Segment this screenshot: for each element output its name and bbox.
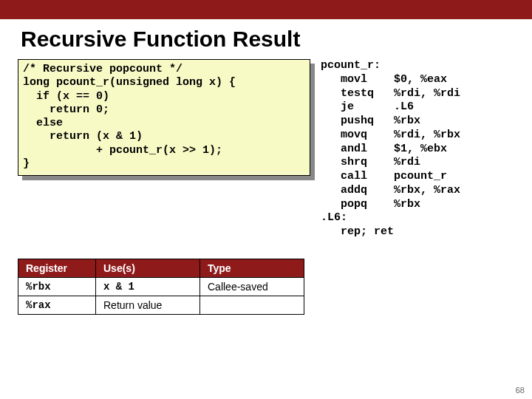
- header-type: Type: [200, 259, 304, 277]
- code-line: else: [23, 117, 63, 129]
- code-line: }: [23, 157, 30, 170]
- asm-line: addq %rbx, %rax: [321, 184, 460, 197]
- register-table: Register Use(s) Type %rbx x & 1 Callee-s…: [18, 259, 304, 315]
- asm-code-box: pcount_r: movl $0, %eax testq %rdi, %rdi…: [321, 59, 517, 239]
- asm-line: movl $0, %eax: [321, 73, 447, 86]
- asm-line: popq %rbx: [321, 198, 420, 211]
- asm-line: .L6:: [321, 211, 347, 224]
- code-box-wrap: /* Recursive popcount */ long pcount_r(u…: [18, 59, 310, 176]
- asm-line: testq %rdi, %rdi: [321, 87, 460, 100]
- code-line: return (x & 1): [23, 130, 143, 143]
- header-register: Register: [18, 259, 96, 277]
- cell-use: x & 1: [96, 277, 200, 296]
- slide-title: Recursive Function Result: [21, 27, 532, 52]
- code-line: if (x == 0): [23, 90, 109, 103]
- cell-use: Return value: [96, 296, 200, 314]
- cell-type: Callee-saved: [200, 277, 304, 296]
- table-header-row: Register Use(s) Type: [18, 259, 304, 277]
- page-number: 68: [516, 386, 525, 395]
- asm-line: rep; ret: [321, 225, 394, 238]
- cell-register: %rbx: [18, 277, 96, 296]
- asm-line: je .L6: [321, 100, 414, 113]
- code-line: return 0;: [23, 103, 109, 116]
- table-row: %rax Return value: [18, 296, 304, 314]
- asm-line: call pcount_r: [321, 170, 447, 183]
- code-line: /* Recursive popcount */: [23, 63, 183, 75]
- code-line: long pcount_r(unsigned long x) {: [23, 76, 236, 89]
- cell-register: %rax: [18, 296, 96, 314]
- c-code-box: /* Recursive popcount */ long pcount_r(u…: [18, 59, 310, 176]
- code-line: + pcount_r(x >> 1);: [23, 144, 222, 157]
- asm-line: movq %rdi, %rbx: [321, 129, 460, 141]
- top-bar: [0, 0, 532, 19]
- header-use: Use(s): [96, 259, 200, 277]
- asm-line: pushq %rbx: [321, 115, 420, 127]
- asm-line: pcount_r:: [321, 59, 381, 72]
- table-row: %rbx x & 1 Callee-saved: [18, 277, 304, 296]
- cell-type: [200, 296, 304, 314]
- asm-line: andl $1, %ebx: [321, 143, 447, 155]
- content-row: /* Recursive popcount */ long pcount_r(u…: [0, 59, 532, 239]
- asm-line: shrq %rdi: [321, 156, 420, 168]
